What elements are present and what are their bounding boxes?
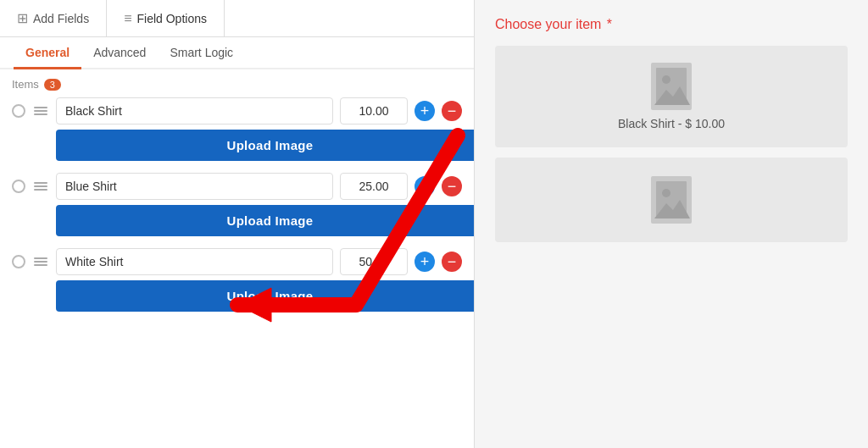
left-panel: ⊞ Add Fields ≡ Field Options General Adv… — [0, 0, 475, 448]
drag-handle-2[interactable] — [32, 180, 49, 192]
field-options-icon: ≡ — [124, 11, 131, 26]
item-add-btn-3[interactable]: + — [415, 252, 435, 272]
upload-image-btn-2[interactable]: Upload Image — [56, 205, 474, 236]
item-price-3[interactable] — [340, 248, 408, 275]
tab-field-options[interactable]: ≡ Field Options — [107, 0, 225, 36]
preview-item-1[interactable]: Black Shirt - $ 10.00 — [495, 46, 848, 147]
upload-btn-wrap-1: Upload Image — [12, 130, 462, 161]
item-row-1: + − Upload Image — [12, 97, 462, 161]
item-price-1[interactable] — [340, 97, 408, 124]
item-radio-3[interactable] — [12, 255, 25, 268]
item-radio-1[interactable] — [12, 104, 25, 118]
upload-btn-wrap-2: Upload Image — [12, 205, 462, 236]
right-panel: Choose your item * Black Shirt - $ 10.00 — [475, 0, 868, 448]
upload-image-btn-3[interactable]: Upload Image — [56, 280, 474, 312]
item-remove-btn-1[interactable]: − — [442, 101, 462, 121]
items-area: Items 3 + − Upload Image — [0, 69, 474, 448]
preview-item-2[interactable] — [495, 158, 848, 242]
preview-image-placeholder-2 — [651, 176, 692, 224]
svg-point-3 — [662, 75, 670, 84]
item-row-2: + − Upload Image — [12, 173, 462, 236]
svg-point-6 — [662, 189, 670, 197]
drag-handle-3[interactable] — [32, 256, 49, 268]
sub-tabs: General Advanced Smart Logic — [0, 37, 474, 69]
item-controls-3: + − — [12, 248, 462, 275]
subtab-advanced[interactable]: Advanced — [81, 37, 158, 68]
item-remove-btn-3[interactable]: − — [442, 252, 462, 272]
field-options-label: Field Options — [137, 12, 207, 25]
item-remove-btn-2[interactable]: − — [442, 176, 462, 196]
upload-image-btn-1[interactable]: Upload Image — [56, 130, 474, 161]
preview-item-label-1: Black Shirt - $ 10.00 — [618, 117, 725, 130]
item-add-btn-1[interactable]: + — [415, 101, 435, 121]
items-badge: 3 — [44, 79, 61, 91]
item-name-1[interactable] — [56, 97, 333, 124]
subtab-smart-logic[interactable]: Smart Logic — [158, 37, 245, 68]
add-fields-icon: ⊞ — [17, 10, 28, 26]
top-tabs: ⊞ Add Fields ≡ Field Options — [0, 0, 474, 37]
drag-handle-1[interactable] — [32, 105, 49, 117]
item-row-3: + − Upload Image — [12, 248, 462, 312]
item-name-2[interactable] — [56, 173, 333, 200]
items-header: Items 3 — [12, 78, 462, 91]
item-price-2[interactable] — [340, 173, 408, 200]
item-controls-2: + − — [12, 173, 462, 200]
item-radio-2[interactable] — [12, 180, 25, 193]
upload-btn-wrap-3: Upload Image — [12, 280, 462, 312]
tab-add-fields[interactable]: ⊞ Add Fields — [0, 0, 107, 36]
add-fields-label: Add Fields — [33, 12, 89, 25]
item-name-3[interactable] — [56, 248, 333, 275]
preview-image-placeholder-1 — [651, 63, 692, 110]
subtab-general[interactable]: General — [14, 37, 81, 68]
item-controls-1: + − — [12, 97, 462, 124]
item-add-btn-2[interactable]: + — [415, 176, 435, 196]
preview-title: Choose your item * — [495, 17, 848, 32]
